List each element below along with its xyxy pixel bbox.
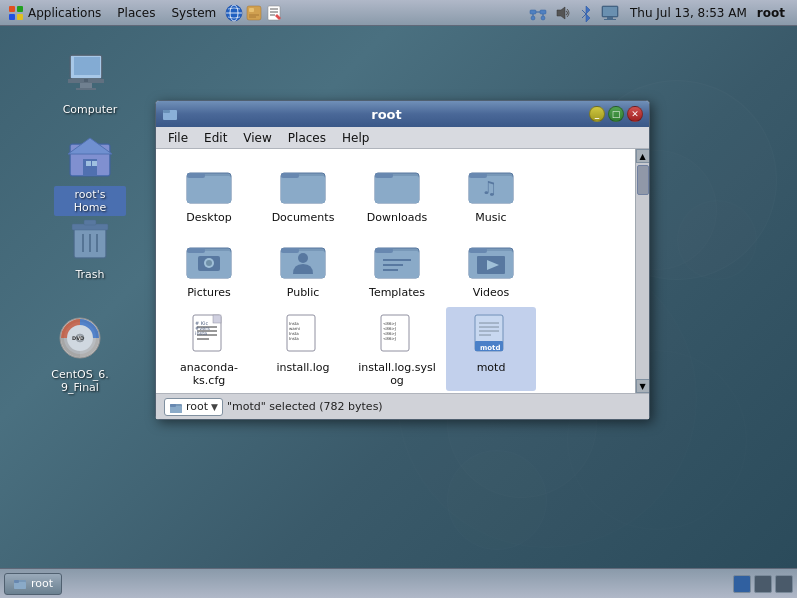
task-label: root bbox=[31, 577, 53, 590]
bluetooth-icon[interactable] bbox=[576, 4, 596, 22]
svg-text:DVD: DVD bbox=[72, 335, 84, 341]
minimize-button[interactable]: _ bbox=[589, 106, 605, 122]
svg-rect-33 bbox=[76, 88, 96, 90]
svg-rect-77 bbox=[281, 248, 299, 253]
home-icon bbox=[66, 134, 114, 182]
fm-item-anaconda[interactable]: # Kic #vers insta anaconda-ks.cfg bbox=[164, 307, 254, 391]
maximize-button[interactable]: □ bbox=[608, 106, 624, 122]
svg-text:<86>J: <86>J bbox=[383, 336, 396, 341]
fm-icons-area: Desktop Documents bbox=[156, 149, 635, 393]
folder-task-icon bbox=[13, 577, 27, 591]
fm-scrollbar[interactable]: ▲ ▼ bbox=[635, 149, 649, 393]
log-file-icon: Insta warni Insta Insta bbox=[279, 311, 327, 359]
fm-item-music[interactable]: ♫ Music bbox=[446, 157, 536, 228]
text-file-icon: # Kic #vers insta bbox=[185, 311, 233, 359]
fm-menubar: File Edit View Places Help bbox=[156, 127, 649, 149]
scroll-up-button[interactable]: ▲ bbox=[636, 149, 650, 163]
tb-indicator-2[interactable] bbox=[754, 575, 772, 593]
fm-item-motd[interactable]: motd motd bbox=[446, 307, 536, 391]
svg-rect-45 bbox=[84, 220, 96, 225]
display-icon[interactable] bbox=[600, 4, 620, 22]
svg-rect-119 bbox=[170, 404, 176, 407]
fm-menu-places[interactable]: Places bbox=[280, 129, 334, 147]
svg-point-19 bbox=[531, 16, 535, 20]
fm-item-pictures[interactable]: Pictures bbox=[164, 232, 254, 303]
videos-folder-label: Videos bbox=[473, 286, 510, 299]
svg-text:Insta: Insta bbox=[289, 336, 299, 341]
desktop-folder-label: Desktop bbox=[186, 211, 231, 224]
fm-item-install-log-syslog[interactable]: <86>J <86>J <86>J <86>J install.log.sysl… bbox=[352, 307, 442, 391]
volume-icon[interactable] bbox=[552, 4, 572, 22]
close-button[interactable]: ✕ bbox=[627, 106, 643, 122]
desktop-icon-computer[interactable]: Computer bbox=[50, 45, 130, 122]
fm-menu-help[interactable]: Help bbox=[334, 129, 377, 147]
svg-text:♫: ♫ bbox=[481, 177, 497, 198]
fm-menu-view[interactable]: View bbox=[235, 129, 279, 147]
folder-icon bbox=[373, 161, 421, 209]
svg-rect-40 bbox=[86, 161, 91, 166]
scroll-thumb[interactable] bbox=[637, 165, 649, 195]
fm-item-documents[interactable]: Documents bbox=[258, 157, 348, 228]
fm-content: Desktop Documents bbox=[156, 149, 649, 393]
system-menu[interactable]: System bbox=[163, 4, 224, 22]
svg-text:motd: motd bbox=[480, 344, 500, 352]
files-icon[interactable] bbox=[244, 4, 264, 22]
fm-item-videos[interactable]: Videos bbox=[446, 232, 536, 303]
computer-icon bbox=[66, 49, 114, 97]
fm-item-public[interactable]: Public bbox=[258, 232, 348, 303]
taskbar-top: Applications Places System bbox=[0, 0, 797, 26]
scroll-down-button[interactable]: ▼ bbox=[636, 379, 650, 393]
svg-rect-7 bbox=[247, 6, 261, 20]
fm-item-templates[interactable]: Templates bbox=[352, 232, 442, 303]
taskbar-top-left: Applications Places System bbox=[0, 3, 528, 23]
browser-icon[interactable] bbox=[224, 4, 244, 22]
svg-rect-61 bbox=[281, 173, 299, 178]
trash-icon bbox=[66, 214, 114, 262]
network-icon[interactable] bbox=[528, 4, 548, 22]
install-log-syslog-label: install.log.syslog bbox=[356, 361, 438, 387]
svg-rect-87 bbox=[469, 248, 487, 253]
file-manager-window: root _ □ ✕ File Edit View Places Help bbox=[155, 100, 650, 420]
taskbar-task-root[interactable]: root bbox=[4, 573, 62, 595]
dvd-icon: DVD bbox=[56, 314, 104, 362]
username: root bbox=[757, 6, 789, 20]
svg-rect-1 bbox=[17, 6, 23, 12]
svg-rect-28 bbox=[604, 19, 616, 20]
tb-indicator-3[interactable] bbox=[775, 575, 793, 593]
fm-item-downloads[interactable]: Downloads bbox=[352, 157, 442, 228]
trash-label: Trash bbox=[71, 266, 108, 283]
svg-rect-32 bbox=[80, 83, 92, 88]
taskbar-right: Thu Jul 13, 8:53 AM root bbox=[528, 4, 797, 22]
computer-label: Computer bbox=[59, 101, 122, 118]
svg-rect-3 bbox=[17, 14, 23, 20]
svg-rect-63 bbox=[375, 176, 419, 203]
fm-item-install-log[interactable]: Insta warni Insta Insta install.log bbox=[258, 307, 348, 391]
folder-videos-icon bbox=[467, 236, 515, 284]
svg-marker-24 bbox=[582, 6, 590, 22]
log-syslog-icon: <86>J <86>J <86>J <86>J bbox=[373, 311, 421, 359]
svg-rect-41 bbox=[92, 161, 97, 166]
desktop-icon-dvd[interactable]: DVD CentOS_6.9_Final bbox=[40, 310, 120, 400]
anaconda-label: anaconda-ks.cfg bbox=[168, 361, 250, 387]
status-text: "motd" selected (782 bytes) bbox=[227, 400, 383, 413]
svg-point-74 bbox=[206, 260, 212, 266]
fm-menu-file[interactable]: File bbox=[160, 129, 196, 147]
location-arrow: ▼ bbox=[211, 402, 218, 412]
taskbar-bottom: root bbox=[0, 568, 797, 598]
svg-rect-121 bbox=[14, 582, 26, 589]
svg-rect-122 bbox=[14, 580, 19, 583]
edit-icon[interactable] bbox=[264, 4, 284, 22]
desktop-icon-trash[interactable]: Trash bbox=[50, 210, 130, 287]
tb-indicator-1[interactable] bbox=[733, 575, 751, 593]
fm-item-desktop[interactable]: Desktop bbox=[164, 157, 254, 228]
svg-rect-64 bbox=[375, 173, 393, 178]
fm-location-box[interactable]: root ▼ bbox=[164, 398, 223, 416]
svg-rect-58 bbox=[187, 173, 205, 178]
desktop-icon-home[interactable]: root's Home bbox=[50, 130, 130, 220]
fm-statusbar: root ▼ "motd" selected (782 bytes) bbox=[156, 393, 649, 419]
music-folder-label: Music bbox=[475, 211, 506, 224]
fm-menu-edit[interactable]: Edit bbox=[196, 129, 235, 147]
applications-menu[interactable]: Applications bbox=[0, 3, 109, 23]
places-menu[interactable]: Places bbox=[109, 4, 163, 22]
downloads-folder-label: Downloads bbox=[367, 211, 427, 224]
